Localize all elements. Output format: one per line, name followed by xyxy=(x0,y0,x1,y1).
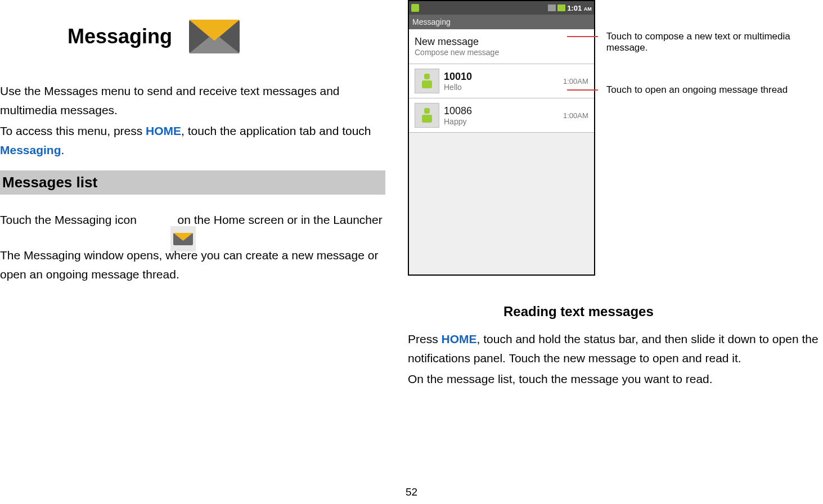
avatar-icon xyxy=(415,69,439,93)
thread1-time: 1:00AM xyxy=(563,77,588,86)
new-message-title: New message xyxy=(415,36,588,48)
title-row: Messaging xyxy=(0,8,385,65)
reading-subheading: Reading text messages xyxy=(503,304,823,320)
new-message-subtitle: Compose new message xyxy=(415,48,588,57)
home-keyword: HOME xyxy=(442,332,477,345)
callout-compose: Touch to compose a new text or multimedi… xyxy=(606,31,823,53)
svg-rect-9 xyxy=(422,115,432,123)
callout-line-icon xyxy=(567,36,598,37)
messaging-keyword: Messaging xyxy=(0,143,61,156)
battery-icon xyxy=(557,4,565,11)
window-opens-paragraph: The Messaging window opens, where you ca… xyxy=(0,246,385,284)
page-title: Messaging xyxy=(68,25,172,48)
screenshot-figure: 1:01 AM Messaging New message Compose ne… xyxy=(408,0,823,276)
callout-line-icon xyxy=(567,89,598,91)
thread-row[interactable]: 10010 Hello 1:00AM xyxy=(409,64,594,98)
avatar-icon xyxy=(415,103,439,128)
app-titlebar: Messaging xyxy=(409,15,594,29)
new-message-row[interactable]: New message Compose new message xyxy=(409,29,594,64)
thread1-sub: Hello xyxy=(444,83,559,92)
messaging-small-icon xyxy=(145,207,170,232)
intro-paragraph-2: To access this menu, press HOME, touch t… xyxy=(0,122,385,159)
thread-row[interactable]: 10086 Happy 1:00AM xyxy=(409,98,594,133)
signal-icon xyxy=(548,4,556,11)
left-column: Messaging Use the Messages menu to send … xyxy=(0,0,385,504)
home-keyword: HOME xyxy=(146,124,181,137)
thread2-title: 10086 xyxy=(444,105,559,117)
reading-para-1: Press HOME, touch and hold the status ba… xyxy=(408,330,823,367)
section-header-messages-list: Messages list xyxy=(0,170,385,195)
thread2-sub: Happy xyxy=(444,117,559,126)
thread1-title: 10010 xyxy=(444,71,559,83)
svg-rect-8 xyxy=(424,108,430,114)
android-boot-icon xyxy=(411,4,419,12)
clock: 1:01 AM xyxy=(567,4,592,12)
intro2-a: To access this menu, press xyxy=(0,124,146,137)
line1b: on the Home screen or in the Launcher xyxy=(174,210,383,230)
callout-column: Touch to compose a new text or multimedi… xyxy=(606,0,823,127)
svg-rect-6 xyxy=(424,74,430,79)
reading-para-2: On the message list, touch the message y… xyxy=(408,370,823,389)
intro2-b: , touch the application tab and touch xyxy=(181,124,371,137)
intro-paragraph-1: Use the Messages menu to send and receiv… xyxy=(0,82,385,119)
svg-rect-7 xyxy=(422,80,432,88)
envelope-icon xyxy=(186,8,242,65)
line1a: Touch the Messaging icon xyxy=(0,210,140,230)
page-number: 52 xyxy=(406,486,417,498)
intro2-c: . xyxy=(61,143,65,156)
launcher-line: Touch the Messaging icon on the Home scr… xyxy=(0,207,385,232)
thread2-time: 1:00AM xyxy=(563,111,588,120)
phone-screenshot: 1:01 AM Messaging New message Compose ne… xyxy=(408,0,595,276)
status-bar: 1:01 AM xyxy=(409,1,594,15)
right-column: 1:01 AM Messaging New message Compose ne… xyxy=(385,0,823,504)
callout-open-thread: Touch to open an ongoing message thread xyxy=(606,84,823,96)
